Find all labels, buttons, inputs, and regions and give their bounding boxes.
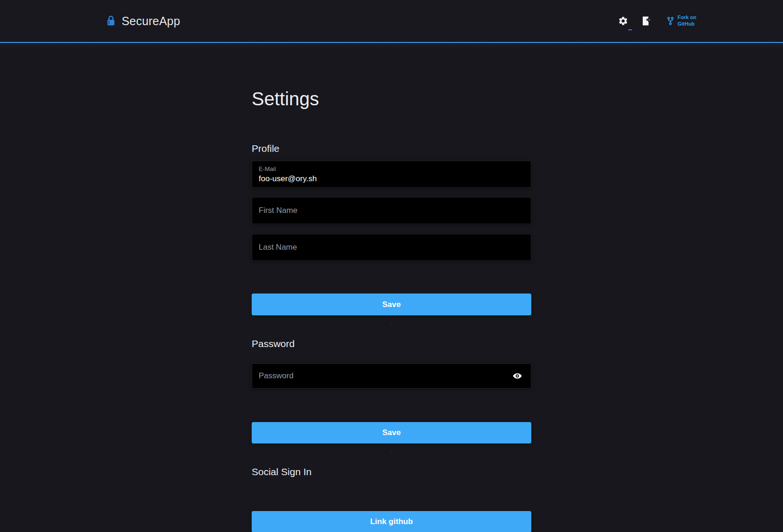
fork-label-line1: Fork on [678,14,696,20]
email-field[interactable]: E-Mail [252,161,531,188]
profile-save-button[interactable]: Save [252,293,531,315]
link-github-button[interactable]: Link github [252,511,531,532]
toggle-password-visibility-button[interactable] [511,369,524,382]
section-separator-dot: . [252,449,531,453]
fork-label-line2: GitHub [678,21,695,27]
fork-on-github-link[interactable]: Fork on GitHub [666,14,696,27]
git-fork-icon [666,16,674,26]
app-logo: SecureApp [106,14,180,28]
password-section-heading: Password [252,338,531,349]
app-name: SecureApp [122,14,180,28]
logout-door-icon [641,15,652,27]
password-field [252,363,531,389]
top-bar: SecureApp [0,0,783,43]
email-input[interactable] [259,173,524,184]
social-sign-in-heading: Social Sign In [252,466,531,477]
gear-icon [618,16,628,26]
logout-button[interactable] [640,15,652,27]
fork-link-label: Fork on GitHub [678,14,696,27]
page-title: Settings [252,88,531,110]
gear-underscore-marker [628,29,632,30]
eye-icon [512,371,522,381]
header-actions: Fork on GitHub [617,14,696,27]
lock-icon [106,15,116,27]
first-name-input[interactable] [252,197,531,224]
profile-section-heading: Profile [252,143,531,154]
section-separator-dot: . [252,321,531,325]
settings-form-column: Settings Profile E-Mail Save . Password … [252,88,531,532]
password-save-button[interactable]: Save [252,422,531,443]
last-name-input[interactable] [252,234,531,261]
email-field-label: E-Mail [259,165,524,173]
settings-gear-button[interactable] [617,15,629,27]
password-input[interactable] [252,363,531,389]
